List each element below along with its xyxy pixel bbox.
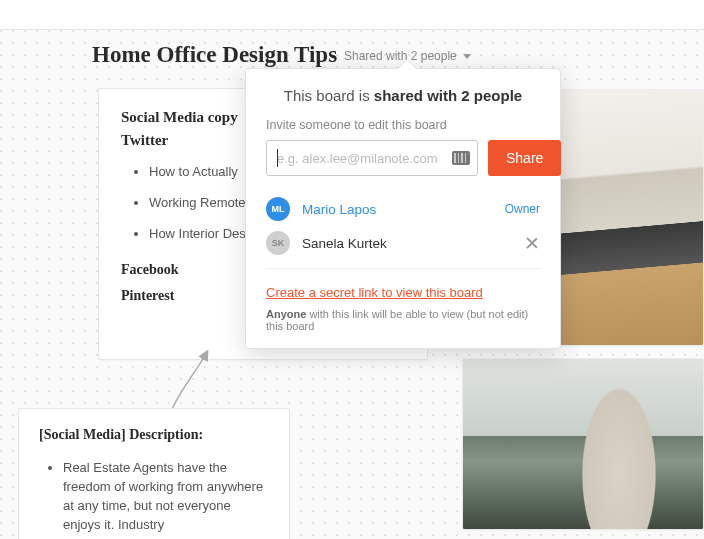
board-canvas[interactable]: Home Office Design Tips Shared with 2 pe… <box>0 30 704 539</box>
person-name[interactable]: Mario Lapos <box>302 202 505 217</box>
board-title: Home Office Design Tips <box>92 42 337 68</box>
invite-email-input[interactable] <box>266 140 478 176</box>
card-heading: [Social Media] Description: <box>39 427 269 443</box>
headline-bold: shared with 2 people <box>374 87 522 104</box>
create-secret-link[interactable]: Create a secret link to view this board <box>266 285 483 300</box>
share-popover: This board is shared with 2 people Invit… <box>245 68 561 349</box>
person-role: Owner <box>505 202 540 216</box>
note-rest: with this link will be able to view (but… <box>266 308 528 332</box>
image-card-street[interactable] <box>462 358 704 530</box>
share-button[interactable]: Share <box>488 140 561 176</box>
card-social-description[interactable]: [Social Media] Description: Real Estate … <box>18 408 290 539</box>
person-name: Sanela Kurtek <box>302 236 524 251</box>
description-list: Real Estate Agents have the freedom of w… <box>39 459 269 534</box>
avatar: SK <box>266 231 290 255</box>
contacts-icon[interactable] <box>452 151 470 165</box>
chevron-down-icon <box>463 54 471 59</box>
popover-headline: This board is shared with 2 people <box>266 87 540 104</box>
list-item: Real Estate Agents have the freedom of w… <box>63 459 269 534</box>
person-row-owner: ML Mario Lapos Owner <box>266 192 540 226</box>
person-row: SK Sanela Kurtek <box>266 226 540 260</box>
text-cursor <box>277 149 278 167</box>
note-bold: Anyone <box>266 308 306 320</box>
app-topbar <box>0 0 704 30</box>
avatar: ML <box>266 197 290 221</box>
remove-person-button[interactable] <box>524 235 540 251</box>
invite-label: Invite someone to edit this board <box>266 118 540 132</box>
headline-prefix: This board is <box>284 87 374 104</box>
divider <box>266 268 540 269</box>
secret-link-note: Anyone with this link will be able to vi… <box>266 308 540 332</box>
